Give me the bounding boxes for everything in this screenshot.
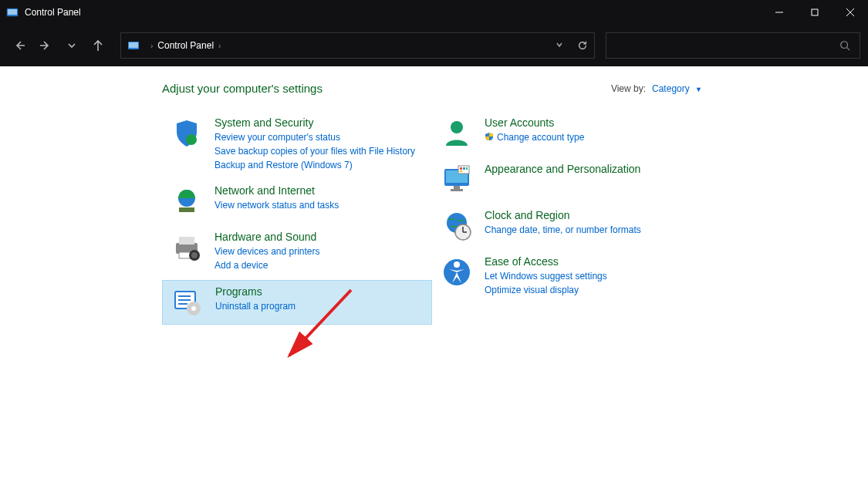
category-title[interactable]: Network and Internet xyxy=(214,184,424,197)
category-hardware-and-sound[interactable]: Hardware and Sound View devices and prin… xyxy=(162,226,432,277)
category-link[interactable]: View network status and tasks xyxy=(214,198,424,212)
category-title[interactable]: Appearance and Personalization xyxy=(485,163,694,175)
svg-rect-1 xyxy=(8,9,17,15)
category-title[interactable]: System and Security xyxy=(214,116,424,129)
back-button[interactable] xyxy=(8,34,31,57)
category-link[interactable]: Change account type xyxy=(485,130,694,145)
category-title[interactable]: Hardware and Sound xyxy=(214,231,424,243)
forward-button[interactable] xyxy=(34,34,57,57)
category-ease-of-access[interactable]: Ease of Access Let Windows suggest setti… xyxy=(432,251,702,302)
window-title: Control Panel xyxy=(25,7,81,18)
category-link[interactable]: Optimize visual display xyxy=(485,283,694,297)
category-link[interactable]: Review your computer's status xyxy=(214,130,424,144)
address-bar[interactable]: › Control Panel › xyxy=(120,32,595,59)
navigation-bar: › Control Panel › xyxy=(0,25,868,66)
printer-icon xyxy=(170,231,204,265)
category-title[interactable]: Clock and Region xyxy=(485,209,694,221)
svg-rect-33 xyxy=(460,170,462,172)
refresh-button[interactable] xyxy=(571,40,594,51)
category-system-and-security[interactable]: System and Security Review your computer… xyxy=(162,112,432,177)
network-icon xyxy=(170,184,204,218)
category-title[interactable]: Programs xyxy=(215,285,424,298)
svg-point-24 xyxy=(451,121,463,133)
viewby-value: Category xyxy=(652,83,690,94)
recent-locations-button[interactable] xyxy=(60,34,83,57)
category-appearance-and-personalization[interactable]: Appearance and Personalization xyxy=(432,158,702,201)
svg-rect-32 xyxy=(466,167,468,170)
maximize-button[interactable] xyxy=(797,0,833,25)
svg-line-9 xyxy=(847,48,850,51)
viewby-dropdown[interactable]: Category ▼ xyxy=(652,83,702,94)
accessibility-icon xyxy=(440,255,474,289)
chevron-down-icon: ▼ xyxy=(695,86,702,93)
category-link[interactable]: Save backup copies of your files with Fi… xyxy=(214,144,424,158)
category-title[interactable]: Ease of Access xyxy=(485,255,694,268)
user-icon xyxy=(440,116,474,150)
category-network-and-internet[interactable]: Network and Internet View network status… xyxy=(162,180,432,223)
svg-rect-12 xyxy=(179,207,194,212)
link-text: Change account type xyxy=(497,132,584,143)
search-input[interactable] xyxy=(606,32,860,59)
category-title[interactable]: User Accounts xyxy=(485,116,694,129)
viewby-label: View by: xyxy=(611,83,646,94)
category-clock-and-region[interactable]: Clock and Region Change date, time, or n… xyxy=(432,204,702,248)
monitor-icon xyxy=(440,163,474,197)
svg-rect-28 xyxy=(451,189,463,191)
minimize-button[interactable] xyxy=(762,0,797,25)
svg-rect-3 xyxy=(812,9,818,15)
control-panel-icon xyxy=(127,39,140,52)
page-title: Adjust your computer's settings xyxy=(162,82,323,95)
category-user-accounts[interactable]: User Accounts Change account type xyxy=(432,112,702,155)
chevron-right-icon[interactable]: › xyxy=(218,42,221,50)
svg-point-10 xyxy=(186,134,197,145)
up-button[interactable] xyxy=(86,34,110,57)
category-programs[interactable]: Programs Uninstall a program xyxy=(162,280,432,325)
category-link[interactable]: View devices and printers xyxy=(214,244,424,258)
title-bar: Control Panel xyxy=(0,0,868,25)
chevron-right-icon[interactable]: › xyxy=(150,42,153,50)
category-link[interactable]: Change date, time, or number formats xyxy=(485,223,694,237)
content-area: Adjust your computer's settings View by:… xyxy=(0,66,868,489)
svg-rect-31 xyxy=(463,167,465,170)
svg-point-8 xyxy=(841,42,848,49)
breadcrumb-root[interactable]: Control Panel xyxy=(157,40,214,51)
category-link[interactable]: Add a device xyxy=(214,258,424,272)
category-link[interactable]: Uninstall a program xyxy=(215,299,424,313)
category-link[interactable]: Let Windows suggest settings xyxy=(485,269,694,283)
programs-icon xyxy=(171,285,204,319)
right-column: User Accounts Change account type Appear… xyxy=(432,112,702,328)
address-dropdown-button[interactable] xyxy=(556,40,563,51)
uac-shield-icon xyxy=(485,131,494,145)
shield-icon xyxy=(170,116,204,150)
svg-point-23 xyxy=(191,306,196,311)
svg-rect-14 xyxy=(179,237,194,244)
svg-point-17 xyxy=(191,252,198,258)
svg-rect-27 xyxy=(454,186,460,189)
left-column: System and Security Review your computer… xyxy=(162,112,432,328)
close-button[interactable] xyxy=(833,0,868,25)
category-link[interactable]: Backup and Restore (Windows 7) xyxy=(214,158,424,172)
svg-rect-30 xyxy=(460,167,462,170)
globe-clock-icon xyxy=(440,209,474,243)
control-panel-icon xyxy=(6,6,19,19)
svg-rect-7 xyxy=(129,42,138,48)
svg-point-39 xyxy=(454,261,460,268)
